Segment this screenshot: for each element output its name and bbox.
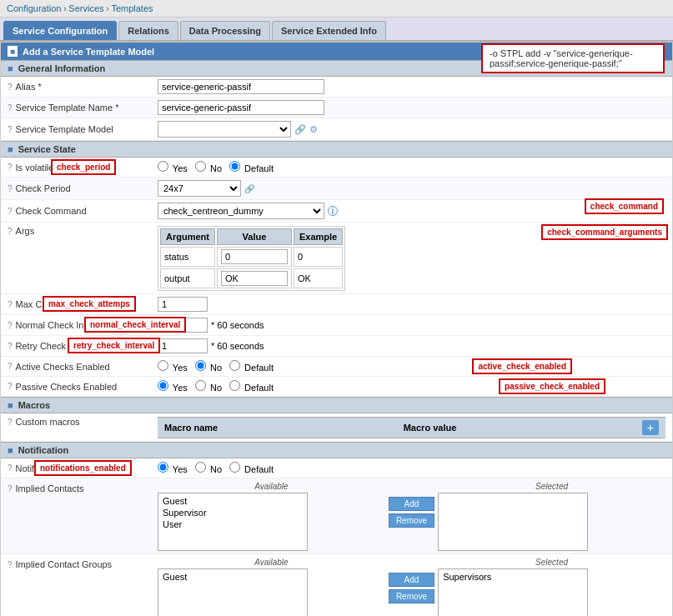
group-selected-item[interactable]: Supervisors (440, 571, 585, 583)
check-command-row: ? Check Command check_centreon_dummy i (1, 200, 672, 223)
macros-title: Macros (18, 400, 51, 410)
active-checks-default-radio[interactable] (229, 360, 240, 371)
breadcrumb-templates[interactable]: Templates (111, 3, 153, 13)
passive-checks-no-radio[interactable] (195, 380, 206, 391)
template-model-row: ? Service Template Model 🔗 ⚙ (1, 118, 672, 141)
implied-contacts-help-icon[interactable]: ? (8, 484, 13, 493)
max-check-annotation: max_check_attemps (43, 296, 136, 312)
breadcrumb: Configuration › Services › Templates (0, 0, 673, 18)
args-value-input[interactable] (221, 271, 288, 286)
implied-groups-label: Implied Contact Groups (16, 559, 113, 569)
volatile-help-icon[interactable]: ? (8, 163, 13, 172)
selected-contacts-list[interactable] (438, 493, 588, 551)
section-service-state: ■ Service State (1, 141, 672, 158)
passive-checks-label: Passive Checks Enabled (16, 382, 118, 392)
notif-enabled-no-radio[interactable] (195, 462, 206, 473)
remove-group-button[interactable]: Remove (389, 589, 434, 603)
retry-check-suffix: * 60 seconds (211, 341, 264, 351)
template-name-row: ? Service Template Name * (1, 98, 672, 118)
contact-item[interactable]: Guest (160, 495, 305, 507)
custom-macros-row: ? Custom macros Macro name Macro value + (1, 413, 672, 442)
available-contacts-list[interactable]: GuestSupervisorUser (158, 493, 308, 551)
template-model-link-icon[interactable]: 🔗 (294, 124, 306, 135)
retry-check-input[interactable] (158, 338, 208, 353)
alias-label: Alias * (16, 82, 42, 92)
macro-name-col-header: Macro name (164, 423, 218, 433)
check-command-select[interactable]: check_centreon_dummy (158, 203, 324, 219)
add-contact-button[interactable]: Add (389, 497, 434, 511)
normal-check-suffix: * 60 seconds (211, 320, 264, 330)
args-table-row: output OK (160, 268, 343, 288)
available-groups-list[interactable]: Guest (158, 568, 308, 616)
contact-item[interactable]: User (160, 518, 305, 530)
template-model-settings-icon[interactable]: ⚙ (309, 124, 318, 135)
implied-groups-row: ? Implied Contact Groups Available Guest… (1, 554, 672, 616)
args-help-icon[interactable]: ? (8, 227, 13, 236)
breadcrumb-config[interactable]: Configuration (7, 3, 61, 13)
tab-service-config[interactable]: Service Configuration (3, 21, 117, 40)
active-checks-yes-radio[interactable] (158, 360, 168, 371)
args-col-value: Value (217, 228, 292, 245)
macro-header: Macro name Macro value + (158, 417, 665, 438)
macro-value-col-header: Macro value (404, 423, 457, 433)
tab-data-processing[interactable]: Data Processing (180, 21, 270, 40)
args-value-input[interactable] (221, 249, 288, 264)
volatile-no-radio[interactable] (195, 161, 206, 172)
check-period-link-icon[interactable]: 🔗 (244, 184, 254, 193)
breadcrumb-services[interactable]: Services (68, 3, 103, 13)
args-label: Args (16, 226, 35, 236)
check-period-label: Check Period (16, 183, 71, 193)
active-checks-label: Active Checks Enabled (16, 362, 110, 372)
passive-check-annotation: passive_check_enabled (499, 378, 605, 394)
notif-enabled-help-icon[interactable]: ? (8, 463, 13, 473)
template-name-input[interactable] (158, 100, 324, 115)
check-period-annotation: check_period (51, 159, 116, 175)
alias-help-icon[interactable]: ? (8, 83, 13, 92)
group-item[interactable]: Guest (160, 571, 305, 583)
args-example-cell: 0 (294, 247, 343, 267)
tab-service-extended-info[interactable]: Service Extended Info (272, 21, 386, 40)
active-checks-help-icon[interactable]: ? (8, 362, 13, 371)
max-check-help-icon[interactable]: ? (8, 300, 13, 309)
active-checks-no-radio[interactable] (195, 360, 206, 371)
selected-groups-list[interactable]: Supervisors (438, 568, 588, 616)
args-argument-cell: status (160, 247, 215, 267)
contact-item[interactable]: Supervisor (160, 507, 305, 518)
template-model-help-icon[interactable]: ? (8, 125, 13, 134)
check-command-info-icon[interactable]: i (328, 206, 338, 216)
custom-macros-label: Custom macros (16, 417, 80, 427)
volatile-default-radio[interactable] (229, 161, 240, 172)
add-macro-button[interactable]: + (642, 420, 659, 435)
implied-groups-help-icon[interactable]: ? (8, 560, 13, 569)
volatile-label: Is volatile (16, 163, 54, 173)
max-check-input[interactable] (158, 297, 208, 312)
notif-enabled-yes-radio[interactable] (158, 462, 168, 473)
section-notification: ■ Notification (1, 442, 672, 458)
passive-checks-yes-radio[interactable] (158, 380, 168, 391)
main-content: ■ Add a Service Template Model ■ General… (0, 42, 673, 616)
alias-row: ? Alias * (1, 77, 672, 98)
args-table: Argument Value Example status 0 output O… (158, 226, 345, 291)
volatile-yes-radio[interactable] (158, 161, 168, 172)
passive-checks-default-radio[interactable] (229, 380, 240, 391)
available-contacts-label: Available (158, 482, 385, 491)
remove-contact-button[interactable]: Remove (389, 513, 434, 528)
notifications-enabled-annotation: notifications_enabled (34, 460, 132, 476)
custom-macros-help-icon[interactable]: ? (8, 418, 13, 427)
alias-input[interactable] (158, 79, 324, 94)
general-title: General Information (18, 63, 106, 73)
normal-check-help-icon[interactable]: ? (8, 321, 13, 330)
template-name-help-icon[interactable]: ? (8, 103, 13, 113)
group-buttons: Add Remove (389, 558, 434, 616)
template-model-select[interactable] (158, 121, 291, 138)
check-period-help-icon[interactable]: ? (8, 184, 13, 193)
notif-enabled-default-radio[interactable] (229, 462, 240, 473)
check-period-select[interactable]: 24x7 (158, 180, 241, 197)
tab-relations[interactable]: Relations (118, 21, 178, 40)
args-col-argument: Argument (160, 228, 215, 245)
check-command-help-icon[interactable]: ? (8, 207, 13, 216)
passive-checks-help-icon[interactable]: ? (8, 382, 13, 391)
add-group-button[interactable]: Add (389, 573, 434, 587)
retry-check-help-icon[interactable]: ? (8, 342, 13, 351)
selected-contacts-label: Selected (438, 482, 665, 491)
